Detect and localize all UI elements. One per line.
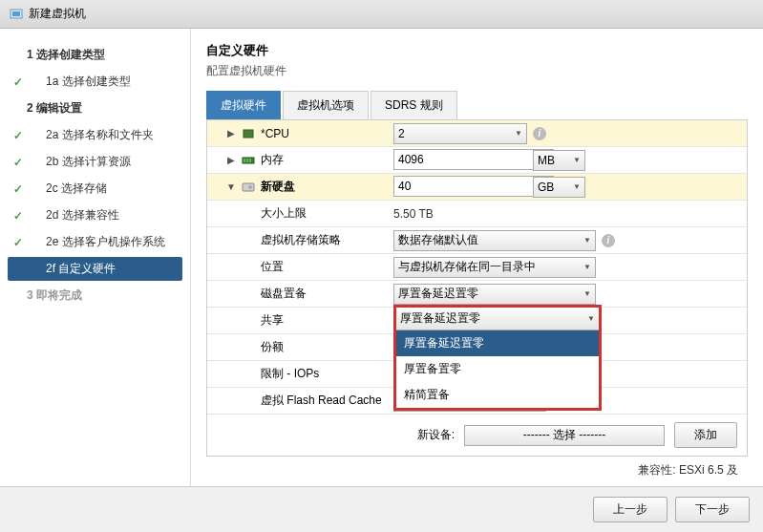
disk-size-input[interactable]: ▲▼ <box>393 176 527 198</box>
svg-rect-2 <box>244 130 253 138</box>
cpu-select[interactable]: 2▼ <box>393 123 527 144</box>
cpu-icon <box>242 128 255 139</box>
row-location: 位置 与虚拟机存储在同一目录中▼ <box>207 254 747 281</box>
step-1a[interactable]: ✓1a 选择创建类型 <box>8 70 182 94</box>
expand-icon[interactable]: ▶ <box>226 155 236 165</box>
step-2c[interactable]: ✓2c 选择存储 <box>8 177 182 201</box>
step-2e[interactable]: ✓2e 选择客户机操作系统 <box>8 230 182 254</box>
back-button[interactable]: 上一步 <box>593 497 668 522</box>
tab-bar: 虚拟硬件 虚拟机选项 SDRS 规则 <box>206 91 748 120</box>
chevron-down-icon: ▼ <box>573 182 581 191</box>
provisioning-select[interactable]: 厚置备延迟置零▼ <box>393 284 596 305</box>
svg-point-8 <box>248 185 252 189</box>
chevron-down-icon: ▼ <box>583 236 591 245</box>
svg-rect-4 <box>244 159 245 162</box>
chevron-down-icon: ▼ <box>583 289 591 298</box>
row-memory: ▶ 内存 ▲▼ MB▼ <box>207 147 747 174</box>
next-button[interactable]: 下一步 <box>675 497 750 522</box>
row-cpu: ▶ *CPU 2▼ i <box>207 120 747 147</box>
row-new-disk: ▼ 新硬盘 ▲▼ GB▼ <box>207 174 747 201</box>
row-max-size: 大小上限 5.50 TB <box>207 201 747 227</box>
chevron-down-icon: ▼ <box>515 129 522 138</box>
svg-rect-1 <box>12 11 20 16</box>
memory-unit-select[interactable]: MB▼ <box>533 150 585 171</box>
page-subtitle: 配置虚拟机硬件 <box>206 63 748 79</box>
footer: 上一步 下一步 <box>0 486 763 532</box>
check-icon: ✓ <box>13 182 23 196</box>
page-title: 自定义硬件 <box>206 42 748 59</box>
tab-vm-options[interactable]: 虚拟机选项 <box>283 91 369 119</box>
add-button[interactable]: 添加 <box>674 422 737 448</box>
wizard-sidebar: 1 选择创建类型 ✓1a 选择创建类型 2 编辑设置 ✓2a 选择名称和文件夹 … <box>0 29 191 486</box>
step-2f[interactable]: 2f 自定义硬件 <box>8 257 182 281</box>
chevron-down-icon: ▼ <box>587 314 595 323</box>
svg-rect-6 <box>249 159 251 162</box>
disk-unit-select[interactable]: GB▼ <box>533 177 585 198</box>
provisioning-select-open[interactable]: 厚置备延迟置零▼ <box>396 308 599 330</box>
info-icon[interactable]: i <box>533 127 546 140</box>
titlebar: 新建虚拟机 <box>0 0 763 29</box>
hardware-config: ▶ *CPU 2▼ i ▶ 内存 <box>206 120 748 457</box>
vm-icon <box>10 8 23 21</box>
location-select[interactable]: 与虚拟机存储在同一目录中▼ <box>393 257 596 278</box>
chevron-down-icon: ▼ <box>583 263 591 271</box>
new-device-label: 新设备: <box>417 427 455 443</box>
expand-icon[interactable]: ▶ <box>226 128 236 138</box>
step-2[interactable]: 2 编辑设置 <box>8 96 182 120</box>
row-disk-provisioning: 磁盘置备 厚置备延迟置零▼ 厚置备延迟置零▼ 厚置备延迟置零 厚置备置零 精简置… <box>207 281 747 308</box>
check-icon: ✓ <box>13 129 23 142</box>
svg-rect-5 <box>246 159 248 162</box>
row-storage-policy: 虚拟机存储策略 数据存储默认值▼ i <box>207 227 747 254</box>
memory-field[interactable] <box>393 149 546 170</box>
tab-sdrs-rules[interactable]: SDRS 规则 <box>371 91 457 119</box>
new-device-row: 新设备: ------- 选择 ------- 添加 <box>207 415 747 456</box>
window-title: 新建虚拟机 <box>29 6 86 22</box>
disk-icon <box>242 181 255 193</box>
step-2d[interactable]: ✓2d 选择兼容性 <box>8 203 182 227</box>
provisioning-option-2[interactable]: 精简置备 <box>396 382 599 408</box>
check-icon: ✓ <box>13 236 23 249</box>
memory-icon <box>242 155 255 166</box>
compatibility-text: 兼容性: ESXi 6.5 及 <box>206 457 748 479</box>
check-icon: ✓ <box>13 156 23 169</box>
max-size-value: 5.50 TB <box>393 205 434 223</box>
storage-policy-select[interactable]: 数据存储默认值▼ <box>393 230 596 251</box>
provisioning-option-1[interactable]: 厚置备置零 <box>396 356 599 382</box>
step-2b[interactable]: ✓2b 选择计算资源 <box>8 150 182 174</box>
new-device-select[interactable]: ------- 选择 ------- <box>464 425 665 446</box>
provisioning-dropdown: 厚置备延迟置零▼ 厚置备延迟置零 厚置备置零 精简置备 <box>393 305 602 411</box>
check-icon: ✓ <box>13 209 23 223</box>
chevron-down-icon: ▼ <box>573 156 581 164</box>
check-icon: ✓ <box>13 75 23 89</box>
info-icon[interactable]: i <box>602 234 615 247</box>
provisioning-option-0[interactable]: 厚置备延迟置零 <box>396 330 599 356</box>
step-1[interactable]: 1 选择创建类型 <box>8 43 182 67</box>
collapse-icon[interactable]: ▼ <box>226 181 236 192</box>
tab-virtual-hardware[interactable]: 虚拟硬件 <box>206 91 281 119</box>
memory-input[interactable]: ▲▼ <box>393 149 527 171</box>
step-3[interactable]: 3 即将完成 <box>8 284 182 308</box>
step-2a[interactable]: ✓2a 选择名称和文件夹 <box>8 123 182 147</box>
disk-size-field[interactable] <box>393 176 546 197</box>
